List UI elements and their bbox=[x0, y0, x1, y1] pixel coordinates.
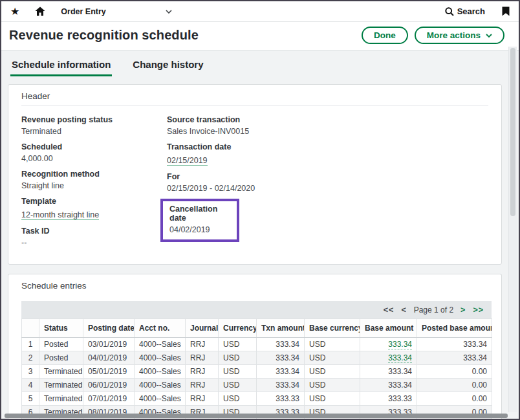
vertical-scrollbar-thumb[interactable] bbox=[510, 48, 515, 216]
cell-acct-no: 4000--Sales bbox=[135, 365, 186, 379]
cell-base-currency: USD bbox=[305, 365, 360, 379]
tab-change-history[interactable]: Change history bbox=[131, 59, 204, 76]
star-icon[interactable]: ★ bbox=[10, 6, 19, 17]
cell-txn-amount: 333.34 bbox=[257, 379, 305, 392]
column-header-posted-base-amount: Posted base amount bbox=[417, 319, 492, 338]
cell-posting-date: 04/01/2019 bbox=[83, 351, 135, 365]
column-header-posting-date: Posting date bbox=[83, 319, 135, 338]
cell-row-number: 2 bbox=[22, 351, 39, 365]
field-value: Terminated bbox=[21, 127, 167, 136]
cell-posting-date: 06/01/2019 bbox=[83, 379, 135, 392]
revenue-recognition-page: { "topbar": { "app_menu": "Order Entry",… bbox=[0, 0, 520, 420]
cell-acct-no: 4000--Sales bbox=[135, 379, 186, 392]
cell-status: Terminated bbox=[39, 365, 83, 379]
table-row: 4Terminated06/01/20194000--SalesRRJUSD33… bbox=[22, 379, 492, 392]
horizontal-scrollbar[interactable] bbox=[5, 414, 508, 418]
field-label: Source transaction bbox=[167, 115, 255, 124]
column-header-journal: Journal bbox=[186, 319, 219, 338]
schedule-entries-card: Schedule entries << < Page 1 of 2 > >> S… bbox=[8, 274, 502, 420]
cell-posting-date: 05/01/2019 bbox=[83, 365, 135, 379]
header-fields-right: Source transactionSales Invoice-INV0015T… bbox=[167, 115, 255, 254]
cell-row-number: 1 bbox=[22, 338, 39, 351]
base-amount-link[interactable]: 333.34 bbox=[388, 340, 412, 349]
cell-currency: USD bbox=[219, 338, 257, 351]
cell-txn-amount: 333.34 bbox=[257, 338, 305, 351]
field-label: Recognition method bbox=[21, 170, 167, 179]
last-page-button[interactable]: >> bbox=[473, 305, 484, 315]
cell-base-amount: 333.34 bbox=[360, 351, 417, 365]
tab-schedule-information[interactable]: Schedule information bbox=[10, 59, 112, 76]
table-toolbar: << < Page 1 of 2 > >> bbox=[21, 301, 492, 318]
field-transaction-date: Transaction date02/15/2019 bbox=[167, 142, 255, 166]
column-header-status: Status bbox=[39, 319, 83, 338]
vertical-scrollbar[interactable] bbox=[508, 47, 517, 412]
cell-base-currency: USD bbox=[305, 338, 360, 351]
field-label: Task ID bbox=[21, 227, 167, 236]
cell-txn-amount: 333.33 bbox=[257, 392, 305, 406]
cell-status: Posted bbox=[39, 351, 83, 365]
table-header-row: StatusPosting dateAcct no.JournalCurrenc… bbox=[22, 319, 492, 338]
header-card-title: Header bbox=[21, 91, 488, 105]
first-page-button[interactable]: << bbox=[384, 305, 395, 315]
bookmark-icon[interactable] bbox=[502, 6, 510, 16]
field-value: 04/02/2019 bbox=[169, 225, 230, 234]
cell-journal: RRJ bbox=[186, 365, 219, 379]
field-label: Revenue posting status bbox=[21, 115, 167, 124]
page-title-bar: Revenue recognition schedule Done More a… bbox=[1, 22, 519, 50]
chevron-down-icon bbox=[166, 10, 172, 14]
app-menu-dropdown[interactable]: Order Entry bbox=[61, 7, 172, 16]
cell-base-amount: 333.34 bbox=[360, 365, 417, 379]
cell-posted-base-amount: 0.00 bbox=[417, 392, 492, 406]
cell-acct-no: 4000--Sales bbox=[135, 338, 186, 351]
home-icon[interactable] bbox=[35, 6, 45, 16]
field-value: 4,000.00 bbox=[21, 154, 167, 163]
header-fields-left: Revenue posting statusTerminatedSchedule… bbox=[21, 115, 167, 254]
column-header-txn-amount: Txn amount bbox=[257, 319, 305, 338]
field-source-transaction: Source transactionSales Invoice-INV0015 bbox=[167, 115, 255, 136]
field-label: Template bbox=[21, 197, 167, 206]
cell-base-amount: 333.33 bbox=[360, 392, 417, 406]
table-row: 3Terminated05/01/20194000--SalesRRJUSD33… bbox=[22, 365, 492, 379]
field-label: Scheduled bbox=[21, 142, 167, 151]
field-value: -- bbox=[21, 238, 167, 247]
transaction-date-link[interactable]: 02/15/2019 bbox=[167, 156, 208, 166]
column-header-base-amount: Base amount bbox=[360, 319, 417, 338]
cell-txn-amount: 333.34 bbox=[257, 351, 305, 365]
table-body: 1Posted03/01/20194000--SalesRRJUSD333.34… bbox=[22, 338, 492, 420]
field-recognition-method: Recognition methodStraight line bbox=[21, 170, 167, 190]
cell-txn-amount: 333.34 bbox=[257, 365, 305, 379]
column-header-row-number bbox=[22, 319, 39, 338]
base-amount-link[interactable]: 333.34 bbox=[388, 353, 412, 363]
cell-currency: USD bbox=[219, 365, 257, 379]
field-label: Cancellation date bbox=[169, 204, 230, 223]
field-for: For02/15/2019 - 02/14/2020 bbox=[167, 172, 255, 193]
cell-currency: USD bbox=[219, 351, 257, 365]
cell-base-currency: USD bbox=[305, 351, 360, 365]
schedule-entries-title: Schedule entries bbox=[21, 281, 488, 295]
page-title: Revenue recognition schedule bbox=[9, 28, 199, 43]
cell-row-number: 4 bbox=[22, 379, 39, 392]
template-link[interactable]: 12-month straight line bbox=[21, 210, 99, 220]
search-button[interactable]: Search bbox=[445, 6, 485, 16]
top-navigation-bar: ★ Order Entry Search bbox=[1, 1, 519, 22]
previous-page-button[interactable]: < bbox=[401, 305, 406, 315]
field-revenue-posting-status: Revenue posting statusTerminated bbox=[21, 115, 167, 136]
cell-row-number: 3 bbox=[22, 365, 39, 379]
next-page-button[interactable]: > bbox=[460, 305, 466, 315]
cell-base-amount: 333.34 bbox=[360, 338, 417, 351]
search-icon bbox=[445, 7, 454, 16]
pagination: << < Page 1 of 2 > >> bbox=[384, 305, 484, 315]
cell-journal: RRJ bbox=[186, 392, 219, 406]
field-value: 02/15/2019 - 02/14/2020 bbox=[167, 184, 255, 193]
cell-journal: RRJ bbox=[186, 338, 219, 351]
field-cancellation-date: Cancellation date04/02/2019 bbox=[160, 199, 239, 242]
field-value: Straight line bbox=[21, 181, 167, 190]
column-header-currency: Currency bbox=[219, 319, 257, 338]
cell-currency: USD bbox=[219, 379, 257, 392]
field-value: Sales Invoice-INV0015 bbox=[167, 127, 255, 136]
done-button[interactable]: Done bbox=[362, 27, 408, 44]
cell-journal: RRJ bbox=[186, 351, 219, 365]
field-label: For bbox=[167, 172, 255, 181]
cell-status: Terminated bbox=[39, 379, 83, 392]
more-actions-button[interactable]: More actions bbox=[415, 27, 504, 44]
